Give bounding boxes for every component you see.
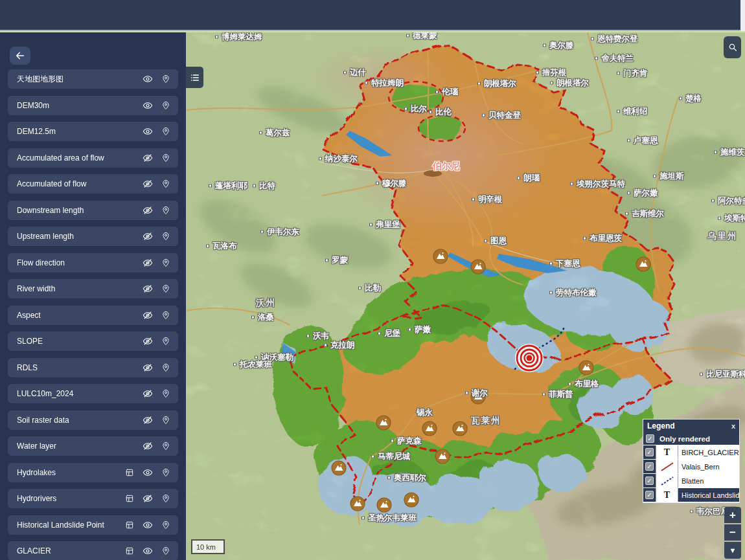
eye-icon[interactable] [143, 74, 153, 84]
search-icon [728, 42, 738, 52]
layer-item[interactable]: RDLS [8, 358, 178, 377]
zoom-out-button[interactable]: − [724, 524, 741, 541]
location-pin-icon[interactable] [161, 258, 170, 267]
location-pin-icon[interactable] [161, 442, 170, 451]
legend-check-cell: ✓ [643, 488, 656, 502]
layer-item[interactable]: Flow direction [8, 253, 178, 273]
layer-item[interactable]: Accumulated of flow [8, 174, 178, 194]
eye-icon[interactable] [143, 126, 153, 137]
attribute-table-icon[interactable] [125, 468, 134, 477]
legend-check-cell: ✓ [643, 460, 656, 473]
location-pin-icon[interactable] [161, 101, 170, 110]
layer-item[interactable]: Aspect [8, 306, 178, 325]
landslide-point-marker[interactable] [376, 416, 391, 430]
legend-row-label: BIRCH_GLACIER [678, 445, 739, 459]
location-pin-icon[interactable] [161, 363, 170, 372]
layer-item[interactable]: Downstream length [8, 201, 178, 220]
layer-panel-toggle-button[interactable] [186, 67, 203, 88]
attribute-table-icon[interactable] [125, 521, 134, 530]
eye-slash-icon[interactable] [143, 231, 153, 241]
attribute-table-icon[interactable] [125, 546, 134, 555]
eye-slash-icon[interactable] [143, 179, 153, 189]
landslide-point-marker[interactable] [579, 361, 593, 375]
location-pin-icon[interactable] [161, 127, 170, 136]
layer-item[interactable]: Hydrolakes [8, 463, 178, 482]
landslide-point-marker[interactable] [422, 421, 437, 436]
location-pin-icon[interactable] [161, 179, 170, 188]
layer-item[interactable]: Water layer [8, 436, 178, 456]
legend-checkbox[interactable]: ✓ [645, 448, 654, 456]
landslide-point-marker[interactable] [471, 390, 485, 404]
map-search-button[interactable] [724, 36, 741, 58]
location-pin-icon[interactable] [161, 546, 170, 555]
layer-item[interactable]: Hydrorivers [8, 489, 178, 508]
landslide-point-marker[interactable] [350, 497, 365, 511]
landslide-point-marker[interactable] [332, 461, 346, 475]
eye-slash-icon[interactable] [143, 336, 153, 346]
landslide-point-marker[interactable] [433, 249, 448, 263]
location-pin-icon[interactable] [161, 468, 170, 477]
location-pin-icon[interactable] [161, 416, 170, 425]
layer-item[interactable]: Historical Landslide Point [8, 515, 178, 535]
eye-slash-icon[interactable] [143, 363, 153, 373]
selected-landslide-target-marker[interactable] [515, 344, 544, 372]
eye-icon[interactable] [143, 100, 153, 111]
landslide-point-marker[interactable] [636, 257, 650, 271]
back-button[interactable] [10, 47, 30, 65]
pan-down-button[interactable]: ▼ [724, 542, 741, 559]
eye-slash-icon[interactable] [143, 310, 153, 320]
location-pin-icon[interactable] [161, 206, 170, 215]
layer-item[interactable]: LULC10m_2024 [8, 384, 178, 403]
eye-slash-icon[interactable] [143, 415, 153, 425]
layer-item-label: LULC10m_2024 [17, 389, 143, 398]
zoom-in-button[interactable]: + [724, 507, 741, 523]
legend-checkbox[interactable]: ✓ [645, 462, 654, 471]
location-pin-icon[interactable] [161, 232, 170, 241]
layer-item[interactable]: DEM12.5m [8, 122, 178, 141]
list-icon [190, 73, 200, 83]
layer-item[interactable]: Soil raster data [8, 410, 178, 430]
eye-icon[interactable] [143, 520, 153, 530]
layer-item-label: Water layer [17, 442, 143, 451]
map-canvas[interactable]: 博姆莱达姆德莱蒙奥尔滕恩特费尔登舍夫特兰门齐肯迈什措芬根朗根塔尔朗根塔尔特拉姆朗… [186, 32, 745, 560]
landslide-point-marker[interactable] [435, 449, 450, 464]
landslide-point-marker[interactable] [404, 493, 418, 507]
eye-icon[interactable] [143, 467, 153, 478]
scrollbar-strip[interactable] [740, 0, 745, 31]
eye-slash-icon[interactable] [143, 493, 153, 504]
layer-item[interactable]: Upstream length [8, 227, 178, 246]
eye-slash-icon[interactable] [143, 153, 153, 163]
landslide-point-marker[interactable] [377, 498, 391, 512]
location-pin-icon[interactable] [161, 521, 170, 530]
layer-item[interactable]: River width [8, 279, 178, 298]
eye-slash-icon[interactable] [143, 258, 153, 268]
eye-slash-icon[interactable] [143, 388, 153, 399]
location-pin-icon[interactable] [161, 494, 170, 503]
eye-icon[interactable] [143, 546, 153, 556]
location-pin-icon[interactable] [161, 74, 170, 84]
location-pin-icon[interactable] [161, 153, 170, 162]
layer-item[interactable]: GLACIER [8, 541, 178, 560]
layer-item-icons [125, 467, 170, 478]
layer-item-label: DEM30m [17, 101, 143, 110]
location-pin-icon[interactable] [161, 389, 170, 398]
eye-slash-icon[interactable] [143, 441, 153, 451]
layer-item[interactable]: SLOPE [8, 331, 178, 351]
eye-slash-icon[interactable] [143, 205, 153, 216]
only-rendered-checkbox[interactable]: ✓ [646, 434, 654, 443]
legend-checkbox[interactable]: ✓ [645, 476, 654, 485]
attribute-table-icon[interactable] [125, 494, 134, 503]
layer-item-icons [125, 546, 170, 556]
landslide-point-marker[interactable] [471, 260, 485, 274]
location-pin-icon[interactable] [161, 284, 170, 293]
layer-item[interactable]: DEM30m [8, 96, 178, 115]
legend-close-button[interactable]: x [731, 423, 735, 430]
layer-item[interactable]: 天地图地形图 [8, 69, 178, 89]
layer-item-icons [143, 153, 170, 163]
landslide-point-marker[interactable] [453, 421, 467, 436]
eye-slash-icon[interactable] [143, 284, 153, 294]
location-pin-icon[interactable] [161, 311, 170, 320]
legend-checkbox[interactable]: ✓ [645, 491, 654, 499]
location-pin-icon[interactable] [161, 337, 170, 346]
layer-item[interactable]: Accumulated area of flow [8, 148, 178, 168]
